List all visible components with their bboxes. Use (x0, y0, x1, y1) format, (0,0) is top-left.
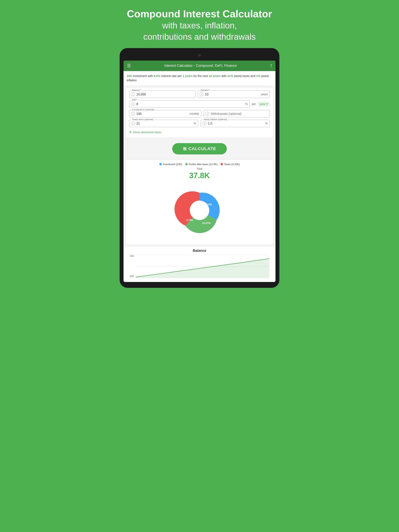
legend-taxes-label: Taxes (3.33K) (224, 163, 240, 166)
yearly-inflation-suffix: % (265, 122, 268, 125)
arrows-icon: ⇅ (129, 130, 132, 134)
duration-input[interactable] (205, 93, 262, 96)
y-axis-labels: 34K 30K (130, 255, 134, 278)
yearly-taxes-suffix: % (194, 122, 196, 125)
calculate-icon: ⊞ (183, 146, 187, 151)
share-icon[interactable]: ⤴ (270, 63, 272, 68)
summary-tax: 21% (227, 74, 233, 77)
svg-text:8.79%: 8.79% (187, 219, 193, 222)
y-label-30k: 30K (130, 275, 134, 278)
summary-period: 1 years (183, 74, 193, 77)
duration-field: Duration * i years (198, 90, 270, 98)
roi-label: ROI * (131, 99, 138, 101)
withdrawals-info-icon[interactable]: i (205, 112, 209, 116)
duration-suffix: years (261, 93, 268, 96)
summary-text4: with (221, 74, 227, 77)
header-subtitle: with taxes, inflation, contributions and… (12, 20, 387, 42)
contributions-info-icon[interactable]: i (131, 112, 135, 116)
app-title: Interest Calculator - Compound, DeFi, Fi… (164, 64, 237, 68)
roi-input[interactable] (136, 102, 242, 106)
svg-text:58.14%: 58.14% (203, 203, 212, 206)
summary-inflation: 1% (256, 74, 260, 77)
summary-rate: 8.0% (154, 74, 160, 77)
balance-label: Balance * (131, 89, 142, 91)
legend-dot-blue (159, 163, 162, 165)
taxes-inflation-row: Yearly taxes (optional) i % Yearly infla… (129, 120, 270, 127)
menu-icon[interactable]: ☰ (127, 63, 131, 68)
balance-chart-svg (135, 255, 269, 278)
total-label: Total (129, 167, 270, 170)
tablet-screen: ☰ Interest Calculator - Compound, DeFi, … (123, 61, 276, 282)
balance-chart-container: 34K 30K (130, 255, 269, 278)
duration-info-icon[interactable]: i (200, 92, 203, 96)
summary-text3: for the next (193, 74, 209, 77)
legend-taxes: Taxes (3.33K) (220, 163, 240, 166)
contributions-input[interactable] (136, 112, 193, 116)
summary-duration: 10 years (209, 74, 220, 77)
balance-field: Balance * i (129, 90, 195, 98)
calculator-card: Balance * i Duration * i years ROI * i (126, 87, 273, 138)
summary-text2: interest rate per (161, 74, 183, 77)
legend-investment: Investment (22K) (159, 163, 182, 166)
svg-text:33.07%: 33.07% (202, 222, 211, 225)
yearly-inflation-label: Yearly inflation (optional) (203, 118, 228, 120)
balance-input[interactable] (136, 93, 193, 96)
summary-text1: investment with (133, 74, 154, 77)
yearly-inflation-input[interactable] (208, 122, 262, 125)
duration-label: Duration * (200, 89, 211, 91)
contributions-row: Contributions (optional) i monthly i (129, 110, 270, 117)
roi-row: ROI * i % per year ▾ (129, 100, 270, 108)
app-header: Compound Interest Calculator with taxes,… (0, 0, 399, 48)
header-title: Compound Interest Calculator (12, 8, 387, 20)
yearly-taxes-input[interactable] (136, 122, 190, 125)
advanced-taxes-link[interactable]: ⇅ Show advanced taxes (129, 129, 270, 135)
year-label: year (260, 102, 265, 106)
yearly-inflation-info-icon[interactable]: i (202, 121, 206, 125)
contributions-field: Contributions (optional) i monthly (129, 110, 201, 117)
year-dropdown-icon: ▾ (266, 102, 268, 106)
per-label: per (252, 102, 256, 106)
contributions-suffix: monthly (190, 112, 199, 115)
balance-duration-row: Balance * i Duration * i years (129, 90, 270, 98)
balance-chart-title: Balance (126, 249, 273, 253)
summary-text5: yearly taxes and (234, 74, 256, 77)
tablet-frame: ☰ Interest Calculator - Compound, DeFi, … (120, 48, 279, 288)
chart-legend: Investment (22K) Profits after taxes (12… (129, 163, 270, 166)
app-toolbar: ☰ Interest Calculator - Compound, DeFi, … (123, 61, 276, 71)
balance-info-icon[interactable]: i (131, 92, 135, 96)
results-card: Investment (22K) Profits after taxes (12… (126, 159, 273, 245)
legend-investment-label: Investment (22K) (163, 163, 182, 166)
yearly-inflation-field: Yearly inflation (optional) i % (201, 120, 270, 127)
yearly-taxes-label: Yearly taxes (optional) (131, 118, 154, 120)
donut-svg: 58.14% 33.07% 8.79% (170, 183, 229, 238)
roi-field: ROI * i % (129, 100, 250, 108)
y-label-34k: 34K (130, 255, 134, 257)
calculate-button[interactable]: ⊞ CALCULATE (172, 143, 227, 154)
tablet-camera (198, 54, 201, 57)
withdrawals-field: i (204, 110, 270, 117)
roi-info-icon[interactable]: i (131, 102, 135, 106)
donut-chart: 58.14% 33.07% 8.79% (129, 183, 270, 238)
legend-dot-green (185, 163, 188, 165)
roi-suffix: % (245, 102, 248, 106)
summary-text: 10K investment with 8.0% interest rate p… (123, 71, 276, 85)
balance-section: Balance 34K 30K (123, 247, 276, 282)
yearly-taxes-info-icon[interactable]: i (131, 121, 135, 125)
summary-amount: 10K (127, 74, 132, 77)
advanced-taxes-label: Show advanced taxes (133, 130, 161, 134)
calculate-button-wrapper: ⊞ CALCULATE (123, 140, 276, 158)
contributions-label: Contributions (optional) (131, 108, 155, 111)
legend-profits: Profits after taxes (12.5K) (185, 163, 217, 166)
yearly-taxes-field: Yearly taxes (optional) i % (129, 120, 198, 127)
calculate-label: CALCULATE (189, 146, 216, 151)
withdrawals-input[interactable] (211, 112, 268, 116)
legend-profits-label: Profits after taxes (12.5K) (189, 163, 217, 166)
legend-dot-red (220, 163, 223, 165)
total-value: 37.8K (129, 171, 270, 180)
year-select[interactable]: year ▾ (258, 101, 270, 107)
